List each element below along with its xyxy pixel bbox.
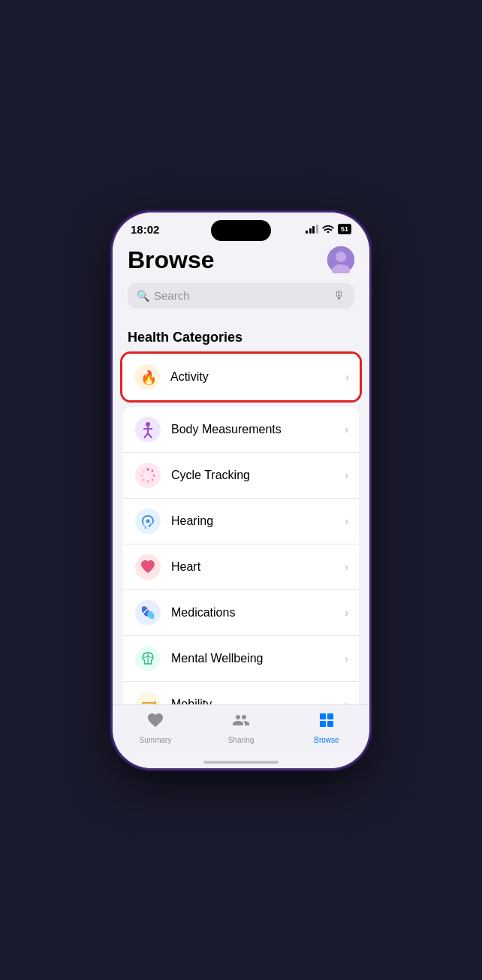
tab-browse[interactable]: Browse (300, 711, 353, 744)
category-item-activity[interactable]: 🔥 Activity › (122, 354, 360, 400)
heart-icon-wrap (134, 553, 162, 581)
svg-point-12 (147, 468, 149, 470)
activity-chevron: › (345, 371, 349, 383)
search-icon: 🔍 (137, 290, 149, 302)
heart-chevron: › (345, 561, 348, 573)
summary-icon (146, 711, 164, 734)
avatar[interactable] (327, 246, 354, 273)
microphone-icon[interactable]: 🎙 (333, 289, 345, 303)
screen: 18:02 51 (113, 213, 369, 768)
summary-tab-label: Summary (140, 736, 172, 744)
signal-bars-icon (306, 225, 318, 234)
mental-wellbeing-icon-wrap (134, 644, 162, 673)
svg-point-17 (143, 478, 145, 481)
heart-label: Heart (171, 560, 345, 574)
category-item-hearing[interactable]: Hearing › (123, 499, 359, 544)
svg-point-19 (143, 469, 145, 472)
hearing-icon-wrap (134, 507, 162, 535)
hearing-chevron: › (345, 515, 348, 527)
section-title: Health Categories (113, 316, 369, 351)
activity-icon-wrap: 🔥 (133, 363, 161, 391)
svg-point-15 (152, 478, 154, 481)
svg-rect-40 (320, 721, 326, 727)
cycle-tracking-icon (135, 463, 161, 488)
browse-tab-label: Browse (314, 736, 339, 744)
body-measurements-icon-wrap (134, 415, 162, 444)
cycle-tracking-chevron: › (345, 469, 348, 481)
header: Browse 🔍 Search 🎙 (113, 240, 369, 316)
body-measurements-icon (135, 417, 161, 442)
body-measurements-chevron: › (345, 424, 348, 436)
activity-label: Activity (170, 370, 345, 384)
category-item-medications[interactable]: Medications › (123, 590, 359, 636)
medications-icon-wrap (134, 599, 162, 627)
category-item-heart[interactable]: Heart › (123, 544, 359, 590)
mental-wellbeing-icon (135, 646, 161, 671)
svg-point-21 (146, 519, 150, 523)
mental-wellbeing-label: Mental Wellbeing (171, 652, 345, 665)
browse-icon (318, 711, 336, 734)
sharing-icon (232, 711, 250, 734)
search-placeholder: Search (154, 289, 329, 302)
svg-point-1 (336, 252, 346, 262)
mobility-chevron: › (345, 698, 348, 704)
battery-icon: 51 (338, 224, 351, 234)
svg-rect-41 (327, 721, 333, 727)
content-scroll[interactable]: Browse 🔍 Search 🎙 (113, 240, 369, 704)
svg-point-18 (141, 474, 143, 476)
cycle-tracking-label: Cycle Tracking (171, 469, 345, 482)
hearing-label: Hearing (171, 514, 345, 528)
medications-label: Medications (171, 606, 345, 620)
body-measurements-label: Body Measurements (171, 423, 345, 436)
phone-frame: 18:02 51 (113, 213, 369, 768)
home-bar (203, 761, 279, 764)
svg-point-14 (153, 474, 155, 476)
svg-point-16 (147, 480, 149, 482)
tab-bar: Summary Sharing (113, 704, 369, 758)
cycle-tracking-icon-wrap (134, 461, 162, 490)
activity-highlight: 🔥 Activity › (120, 351, 362, 403)
page-title: Browse (128, 246, 215, 274)
svg-text:🔥: 🔥 (140, 369, 158, 386)
activity-icon: 🔥 (134, 364, 160, 390)
medications-chevron: › (345, 607, 348, 619)
svg-rect-38 (320, 713, 326, 719)
tab-sharing[interactable]: Sharing (215, 711, 267, 744)
category-item-body-measurements[interactable]: Body Measurements › (123, 407, 359, 453)
wifi-icon (322, 224, 334, 235)
tab-summary[interactable]: Summary (129, 711, 182, 744)
hearing-icon (135, 508, 161, 534)
svg-point-6 (146, 422, 150, 427)
medications-icon (135, 600, 161, 626)
svg-point-13 (152, 469, 154, 472)
mobility-icon (135, 692, 161, 704)
home-indicator (113, 758, 369, 768)
category-item-cycle-tracking[interactable]: Cycle Tracking › (123, 453, 359, 499)
category-item-mobility[interactable]: Mobility › (123, 682, 359, 704)
svg-point-11 (135, 463, 161, 488)
sharing-tab-label: Sharing (228, 736, 254, 744)
mobility-icon-wrap (134, 690, 162, 704)
dynamic-island (211, 220, 271, 241)
search-bar[interactable]: 🔍 Search 🎙 (128, 283, 354, 309)
category-item-mental-wellbeing[interactable]: Mental Wellbeing › (123, 636, 359, 682)
category-list: Body Measurements › (123, 407, 359, 704)
mobility-label: Mobility (171, 698, 345, 704)
heart-icon (135, 554, 161, 580)
svg-rect-39 (327, 713, 333, 719)
status-icons: 51 (306, 224, 351, 235)
status-time: 18:02 (131, 223, 159, 236)
mental-wellbeing-chevron: › (345, 653, 348, 665)
